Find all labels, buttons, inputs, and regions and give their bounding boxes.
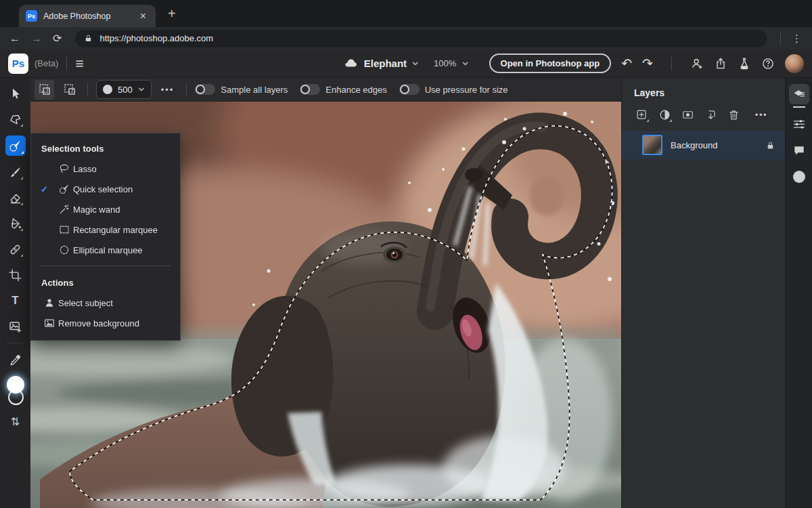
brush-preview-icon <box>103 85 112 94</box>
browser-tab[interactable]: Ps Adobe Photoshop × <box>19 5 156 27</box>
user-avatar[interactable] <box>785 54 804 73</box>
help-icon[interactable] <box>761 57 775 70</box>
type-tool[interactable]: T <box>6 291 25 310</box>
menu-item-remove-background[interactable]: Remove background <box>31 313 180 333</box>
info-panel-button[interactable] <box>789 167 809 187</box>
options-divider <box>87 83 88 96</box>
quick-selection-tool[interactable] <box>5 135 26 156</box>
add-image-tool[interactable] <box>6 317 25 336</box>
menu-item-label: Quick selection <box>73 184 133 194</box>
info-icon <box>793 171 805 183</box>
forward-icon[interactable]: → <box>31 33 42 44</box>
flyout-divider <box>41 266 171 266</box>
browser-addressbar: ← → ⟳ https://photoshop.adobe.com ⋮ <box>0 27 812 49</box>
canvas-area: 500 ••• Sample all layers Enhance edges … <box>30 78 621 508</box>
share-icon[interactable] <box>714 57 727 70</box>
beta-label: (Beta) <box>35 58 58 68</box>
move-layer-icon[interactable] <box>700 106 723 123</box>
sample-all-layers-toggle[interactable] <box>195 84 215 95</box>
healing-tool[interactable] <box>6 240 25 259</box>
rectangular-marquee-icon <box>55 224 73 236</box>
adjustment-layer-icon[interactable] <box>653 106 676 123</box>
tab-close-icon[interactable]: × <box>137 9 149 23</box>
layer-lock-icon[interactable] <box>765 140 775 150</box>
tab-title: Adobe Photoshop <box>43 12 131 21</box>
reload-icon[interactable]: ⟳ <box>53 33 62 44</box>
open-in-photoshop-button[interactable]: Open in Photoshop app <box>489 54 612 73</box>
ps-logo: Ps <box>8 54 28 74</box>
check-icon: ✓ <box>41 184 55 194</box>
layers-panel-empty <box>622 159 785 508</box>
undo-icon[interactable]: ↶ <box>621 57 632 70</box>
move-tool[interactable] <box>6 84 25 103</box>
remove-background-icon <box>41 317 58 329</box>
back-icon[interactable]: ← <box>9 33 20 44</box>
menu-item-label: Lasso <box>73 164 97 174</box>
use-pressure-toggle[interactable] <box>399 84 420 95</box>
invite-people-icon[interactable] <box>690 57 704 70</box>
menu-item-magic-wand[interactable]: Magic wand <box>31 199 180 219</box>
foreground-color-swatch[interactable] <box>7 376 24 394</box>
browser-tabstrip: Ps Adobe Photoshop × + <box>0 0 812 27</box>
lock-icon <box>83 33 93 43</box>
eraser-tool[interactable] <box>6 188 25 207</box>
more-options-icon[interactable]: ••• <box>161 85 175 95</box>
brush-size-value: 500 <box>118 85 133 95</box>
layer-mask-icon[interactable] <box>676 106 699 123</box>
left-toolbar: T ⇅ <box>0 78 30 508</box>
eyedropper-tool[interactable] <box>6 350 25 369</box>
layers-actions: ••• <box>622 106 785 131</box>
menu-item-label: Rectangular marquee <box>73 225 158 235</box>
enhance-edges-toggle[interactable] <box>300 84 320 95</box>
menu-item-lasso[interactable]: Lasso <box>31 158 180 179</box>
menu-item-label: Magic wand <box>73 205 120 215</box>
layer-thumbnail[interactable] <box>642 135 662 155</box>
menu-item-select-subject[interactable]: Select subject <box>31 293 180 313</box>
crop-tool[interactable] <box>6 266 25 284</box>
menu-item-label: Select subject <box>58 298 113 308</box>
chevron-down-icon[interactable] <box>412 60 419 67</box>
comments-panel-button[interactable] <box>789 140 809 161</box>
header-divider <box>66 57 67 70</box>
swap-colors-icon[interactable]: ⇅ <box>11 415 20 428</box>
brush-size-dropdown[interactable]: 500 <box>96 80 152 99</box>
use-pressure-label: Use pressure for size <box>425 85 508 95</box>
zoom-level[interactable]: 100% <box>434 58 456 68</box>
menu-item-rectangular-marquee[interactable]: Rectangular marquee <box>31 219 180 240</box>
ps-header: Ps (Beta) ≡ Elephant 100% Open in Photos… <box>0 49 812 78</box>
menu-item-elliptical-marquee[interactable]: Elliptical marquee <box>31 240 180 260</box>
layers-panel-title: Layers <box>622 78 785 106</box>
main-menu-icon[interactable]: ≡ <box>75 56 83 70</box>
active-panel-indicator <box>793 106 805 108</box>
document-controls: Elephant 100% <box>344 49 469 77</box>
new-tab-button[interactable]: + <box>168 6 176 22</box>
layers-panel-button[interactable] <box>789 84 809 104</box>
chevron-down-icon[interactable] <box>461 60 468 67</box>
layer-row-background[interactable]: Background <box>622 131 785 159</box>
addressbar-divider <box>780 33 781 45</box>
fill-tool[interactable] <box>6 214 25 233</box>
browser-menu-icon[interactable]: ⋮ <box>792 33 803 45</box>
subtract-from-selection-button[interactable] <box>60 80 79 100</box>
add-layer-icon[interactable] <box>630 106 653 123</box>
url-field[interactable]: https://photoshop.adobe.com <box>75 30 767 47</box>
enhance-edges-label: Enhance edges <box>325 85 386 95</box>
quick-selection-icon <box>55 183 73 195</box>
layers-more-icon[interactable]: ••• <box>750 106 773 123</box>
menu-item-quick-selection[interactable]: ✓ Quick selection <box>31 179 180 199</box>
redo-icon[interactable]: ↷ <box>642 57 653 70</box>
layers-panel: Layers ••• <box>621 78 785 508</box>
menu-item-label: Elliptical marquee <box>73 245 143 255</box>
delete-layer-icon[interactable] <box>723 106 746 123</box>
actions-title: Actions <box>31 272 180 293</box>
adjustments-panel-button[interactable] <box>789 114 809 134</box>
beta-flask-icon[interactable] <box>738 57 751 70</box>
brush-tool[interactable] <box>6 163 25 182</box>
header-actions: Open in Photoshop app ↶ ↷ <box>489 54 804 73</box>
cloud-icon <box>344 56 359 71</box>
add-to-selection-button[interactable] <box>35 80 54 100</box>
lasso-tool[interactable] <box>6 110 25 129</box>
workspace: T ⇅ <box>0 78 812 508</box>
color-swatches[interactable] <box>5 376 26 408</box>
document-name[interactable]: Elephant <box>364 58 407 69</box>
